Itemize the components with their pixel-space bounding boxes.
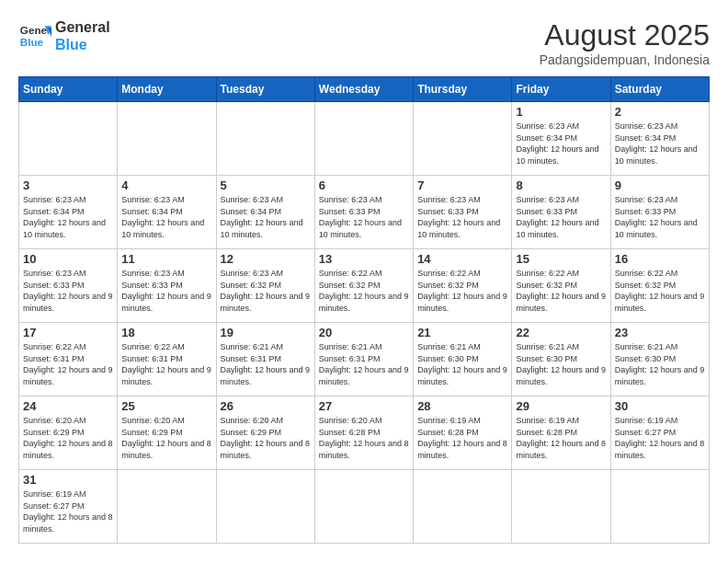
weekday-header-sunday: Sunday: [19, 77, 118, 102]
day-number: 23: [615, 326, 705, 339]
day-info: Sunrise: 6:20 AM Sunset: 6:29 PM Dayligh…: [121, 415, 211, 461]
day-number: 19: [221, 326, 311, 339]
day-info: Sunrise: 6:23 AM Sunset: 6:33 PM Dayligh…: [319, 194, 409, 240]
logo-blue: Blue: [55, 36, 110, 53]
day-info: Sunrise: 6:22 AM Sunset: 6:31 PM Dayligh…: [23, 341, 113, 387]
day-info: Sunrise: 6:21 AM Sunset: 6:31 PM Dayligh…: [319, 341, 409, 387]
day-info: Sunrise: 6:20 AM Sunset: 6:29 PM Dayligh…: [23, 415, 113, 461]
day-number: 22: [516, 326, 606, 339]
day-number: 16: [615, 252, 705, 266]
day-info: Sunrise: 6:21 AM Sunset: 6:30 PM Dayligh…: [516, 341, 606, 387]
day-number: 5: [221, 178, 311, 192]
svg-text:Blue: Blue: [20, 36, 44, 48]
day-cell: 21Sunrise: 6:21 AM Sunset: 6:30 PM Dayli…: [414, 323, 512, 396]
day-cell: [314, 470, 413, 544]
day-info: Sunrise: 6:22 AM Sunset: 6:32 PM Dayligh…: [417, 268, 507, 314]
day-info: Sunrise: 6:23 AM Sunset: 6:33 PM Dayligh…: [121, 268, 211, 314]
day-info: Sunrise: 6:21 AM Sunset: 6:30 PM Dayligh…: [615, 341, 705, 387]
day-number: 9: [615, 178, 705, 192]
day-cell: 12Sunrise: 6:23 AM Sunset: 6:32 PM Dayli…: [216, 249, 314, 323]
day-cell: 29Sunrise: 6:19 AM Sunset: 6:28 PM Dayli…: [512, 396, 610, 470]
day-info: Sunrise: 6:23 AM Sunset: 6:34 PM Dayligh…: [221, 194, 311, 240]
day-cell: 11Sunrise: 6:23 AM Sunset: 6:33 PM Dayli…: [118, 249, 216, 323]
day-info: Sunrise: 6:19 AM Sunset: 6:27 PM Dayligh…: [23, 488, 113, 534]
day-cell: 5Sunrise: 6:23 AM Sunset: 6:34 PM Daylig…: [216, 176, 314, 249]
day-number: 27: [319, 399, 409, 413]
day-info: Sunrise: 6:19 AM Sunset: 6:27 PM Dayligh…: [615, 415, 705, 461]
day-number: 18: [121, 326, 211, 339]
day-cell: 19Sunrise: 6:21 AM Sunset: 6:31 PM Dayli…: [216, 323, 314, 396]
title-block: August 2025 Padangsidempuan, Indonesia: [540, 18, 710, 67]
day-info: Sunrise: 6:23 AM Sunset: 6:34 PM Dayligh…: [23, 194, 113, 240]
day-number: 10: [23, 252, 113, 266]
page-header: General Blue General Blue August 2025 Pa…: [18, 18, 710, 67]
day-number: 30: [615, 399, 705, 413]
day-cell: [118, 102, 216, 176]
logo: General Blue General Blue: [18, 18, 110, 53]
day-cell: 18Sunrise: 6:22 AM Sunset: 6:31 PM Dayli…: [118, 323, 216, 396]
weekday-header-thursday: Thursday: [414, 77, 512, 102]
day-info: Sunrise: 6:23 AM Sunset: 6:34 PM Dayligh…: [516, 121, 606, 167]
day-info: Sunrise: 6:22 AM Sunset: 6:32 PM Dayligh…: [319, 268, 409, 314]
day-info: Sunrise: 6:22 AM Sunset: 6:32 PM Dayligh…: [516, 268, 606, 314]
day-cell: 15Sunrise: 6:22 AM Sunset: 6:32 PM Dayli…: [512, 249, 610, 323]
day-number: 25: [121, 399, 211, 413]
day-cell: [19, 102, 118, 176]
day-number: 28: [417, 399, 507, 413]
day-number: 2: [615, 105, 705, 119]
week-row-2: 10Sunrise: 6:23 AM Sunset: 6:33 PM Dayli…: [19, 249, 710, 323]
day-info: Sunrise: 6:23 AM Sunset: 6:32 PM Dayligh…: [221, 268, 311, 314]
day-info: Sunrise: 6:22 AM Sunset: 6:31 PM Dayligh…: [121, 341, 211, 387]
day-cell: 2Sunrise: 6:23 AM Sunset: 6:34 PM Daylig…: [610, 102, 709, 176]
day-cell: 9Sunrise: 6:23 AM Sunset: 6:33 PM Daylig…: [610, 176, 709, 249]
day-number: 6: [319, 178, 409, 192]
location-subtitle: Padangsidempuan, Indonesia: [540, 52, 710, 67]
day-info: Sunrise: 6:23 AM Sunset: 6:34 PM Dayligh…: [615, 121, 705, 167]
calendar-table: SundayMondayTuesdayWednesdayThursdayFrid…: [18, 76, 710, 544]
day-info: Sunrise: 6:23 AM Sunset: 6:33 PM Dayligh…: [417, 194, 507, 240]
week-row-1: 3Sunrise: 6:23 AM Sunset: 6:34 PM Daylig…: [19, 176, 710, 249]
day-number: 8: [516, 178, 606, 192]
day-cell: 28Sunrise: 6:19 AM Sunset: 6:28 PM Dayli…: [414, 396, 512, 470]
week-row-0: 1Sunrise: 6:23 AM Sunset: 6:34 PM Daylig…: [19, 102, 710, 176]
day-number: 21: [417, 326, 507, 339]
day-number: 17: [23, 326, 113, 339]
day-cell: [512, 470, 610, 544]
day-cell: 31Sunrise: 6:19 AM Sunset: 6:27 PM Dayli…: [19, 470, 118, 544]
day-number: 26: [221, 399, 311, 413]
day-info: Sunrise: 6:23 AM Sunset: 6:33 PM Dayligh…: [615, 194, 705, 240]
logo-general: General: [55, 18, 110, 36]
day-number: 29: [516, 399, 606, 413]
weekday-header-saturday: Saturday: [610, 77, 709, 102]
day-number: 1: [516, 105, 606, 119]
day-info: Sunrise: 6:22 AM Sunset: 6:32 PM Dayligh…: [615, 268, 705, 314]
day-cell: [414, 102, 512, 176]
day-cell: 3Sunrise: 6:23 AM Sunset: 6:34 PM Daylig…: [19, 176, 118, 249]
day-cell: 4Sunrise: 6:23 AM Sunset: 6:34 PM Daylig…: [118, 176, 216, 249]
week-row-3: 17Sunrise: 6:22 AM Sunset: 6:31 PM Dayli…: [19, 323, 710, 396]
day-cell: [216, 470, 314, 544]
day-cell: 23Sunrise: 6:21 AM Sunset: 6:30 PM Dayli…: [610, 323, 709, 396]
day-cell: 1Sunrise: 6:23 AM Sunset: 6:34 PM Daylig…: [512, 102, 610, 176]
day-cell: 22Sunrise: 6:21 AM Sunset: 6:30 PM Dayli…: [512, 323, 610, 396]
logo-icon: General Blue: [18, 19, 51, 52]
day-number: 3: [23, 178, 113, 192]
day-number: 31: [23, 473, 113, 487]
weekday-header-row: SundayMondayTuesdayWednesdayThursdayFrid…: [19, 77, 710, 102]
day-number: 14: [417, 252, 507, 266]
day-info: Sunrise: 6:19 AM Sunset: 6:28 PM Dayligh…: [417, 415, 507, 461]
day-info: Sunrise: 6:20 AM Sunset: 6:29 PM Dayligh…: [221, 415, 311, 461]
day-cell: 17Sunrise: 6:22 AM Sunset: 6:31 PM Dayli…: [19, 323, 118, 396]
day-info: Sunrise: 6:21 AM Sunset: 6:31 PM Dayligh…: [221, 341, 311, 387]
day-cell: 16Sunrise: 6:22 AM Sunset: 6:32 PM Dayli…: [610, 249, 709, 323]
day-number: 11: [121, 252, 211, 266]
day-cell: 13Sunrise: 6:22 AM Sunset: 6:32 PM Dayli…: [314, 249, 413, 323]
day-number: 20: [319, 326, 409, 339]
day-info: Sunrise: 6:19 AM Sunset: 6:28 PM Dayligh…: [516, 415, 606, 461]
month-year-title: August 2025: [540, 18, 710, 52]
week-row-5: 31Sunrise: 6:19 AM Sunset: 6:27 PM Dayli…: [19, 470, 710, 544]
day-cell: 24Sunrise: 6:20 AM Sunset: 6:29 PM Dayli…: [19, 396, 118, 470]
weekday-header-friday: Friday: [512, 77, 610, 102]
day-cell: 30Sunrise: 6:19 AM Sunset: 6:27 PM Dayli…: [610, 396, 709, 470]
day-cell: [118, 470, 216, 544]
